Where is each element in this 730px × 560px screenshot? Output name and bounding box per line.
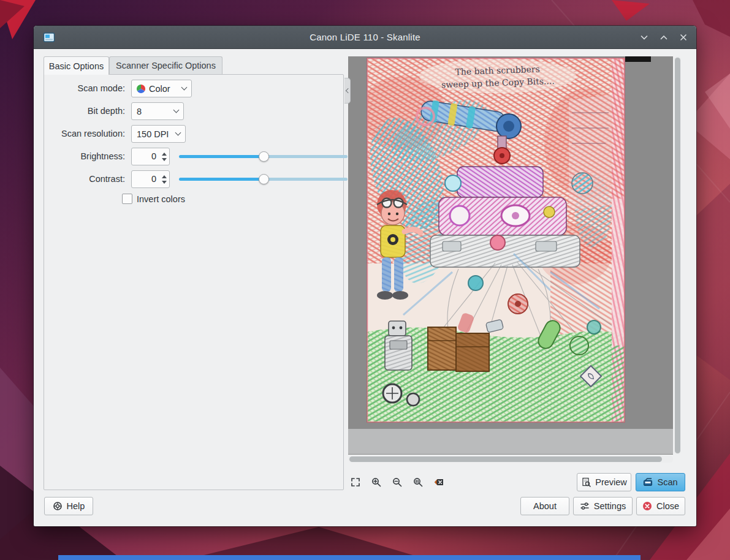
brightness-spinbox[interactable]: 0 [131, 148, 170, 165]
scanner-icon [643, 477, 653, 487]
scan-resolution-select[interactable]: 150 DPI [131, 125, 186, 143]
help-button-label: Help [67, 501, 85, 511]
clear-selections-button[interactable] [432, 475, 446, 489]
scan-mode-select[interactable]: Color [131, 80, 192, 97]
preview-image[interactable]: The bath scrubbers sweep up the Copy Bit… [367, 58, 625, 423]
settings-button[interactable]: Settings [573, 497, 633, 515]
preview-button-label: Preview [595, 477, 627, 487]
help-icon [53, 501, 63, 511]
contrast-label: Contrast: [45, 170, 125, 188]
horizontal-scrollbar[interactable] [348, 456, 673, 463]
tab-scanner-specific-options-label: Scanner Specific Options [116, 61, 216, 70]
close-circle-icon [642, 501, 652, 511]
desktop: Canon LiDE 110 - Skanlite Basic Options … [0, 0, 730, 560]
taskbar-peek-strip [58, 555, 641, 560]
basic-options-panel: Scan mode: Color Bit depth: 8 Scan resol… [44, 74, 344, 490]
skanlite-app-icon [42, 31, 56, 44]
clear-selections-icon [433, 477, 444, 488]
close-dialog-button[interactable]: Close [636, 497, 685, 515]
chevron-down-icon [175, 130, 181, 136]
scanner-lid-strip [625, 56, 651, 62]
scan-resolution-value: 150 DPI [137, 129, 169, 139]
about-button[interactable]: About [520, 497, 569, 515]
brightness-value[interactable]: 0 [132, 148, 159, 165]
invert-colors-label: Invert colors [137, 194, 185, 204]
vertical-scrollbar[interactable] [674, 56, 681, 455]
tab-basic-options[interactable]: Basic Options [44, 56, 109, 75]
brightness-label: Brightness: [45, 148, 125, 165]
invert-colors-checkbox[interactable] [122, 194, 132, 204]
zoom-actual-size-button[interactable] [411, 475, 425, 489]
scan-button[interactable]: Scan [636, 473, 685, 491]
scan-button-label: Scan [657, 477, 677, 487]
close-icon [679, 32, 688, 42]
zoom-in-icon [371, 477, 382, 488]
titlebar[interactable]: Canon LiDE 110 - Skanlite [34, 26, 696, 49]
chevron-left-icon [345, 88, 350, 93]
maximize-button[interactable] [657, 31, 671, 44]
spin-down-button[interactable] [162, 181, 167, 184]
skanlite-window: Canon LiDE 110 - Skanlite Basic Options … [34, 26, 696, 526]
bit-depth-value: 8 [137, 107, 142, 116]
zoom-out-button[interactable] [390, 475, 404, 489]
tab-scanner-specific-options[interactable]: Scanner Specific Options [109, 56, 222, 74]
zoom-fit-icon [350, 477, 361, 488]
close-button-label: Close [656, 501, 679, 511]
bit-depth-label: Bit depth: [45, 102, 125, 120]
scan-mode-label: Scan mode: [45, 80, 125, 97]
color-wheel-icon [137, 85, 145, 93]
help-button[interactable]: Help [44, 497, 93, 515]
spin-down-button[interactable] [162, 158, 167, 161]
zoom-out-icon [392, 477, 403, 488]
zoom-actual-size-icon [413, 477, 424, 488]
preview-area: The bath scrubbers sweep up the Copy Bit… [348, 56, 673, 455]
about-button-label: About [533, 501, 557, 511]
window-title: Canon LiDE 110 - Skanlite [34, 32, 696, 42]
settings-icon [580, 501, 590, 511]
chevron-up-icon [659, 32, 669, 42]
spin-up-button[interactable] [162, 153, 167, 156]
chevron-down-icon [181, 85, 188, 91]
scan-resolution-label: Scan resolution: [45, 125, 125, 143]
scan-mode-value: Color [149, 84, 170, 94]
slider-handle[interactable] [259, 174, 269, 184]
contrast-spinbox[interactable]: 0 [131, 170, 170, 188]
minimize-button[interactable] [637, 31, 651, 44]
bit-depth-select[interactable]: 8 [131, 102, 184, 120]
document-preview-icon [581, 477, 591, 487]
contrast-slider[interactable] [179, 170, 348, 188]
chevron-down-icon [173, 107, 180, 113]
contrast-value[interactable]: 0 [132, 171, 159, 187]
splitter-handle[interactable] [344, 78, 351, 104]
chevron-down-icon [639, 32, 649, 42]
horizontal-scrollbar-thumb[interactable] [349, 456, 662, 462]
slider-handle[interactable] [259, 151, 269, 162]
tab-basic-options-label: Basic Options [49, 61, 104, 71]
brightness-slider[interactable] [179, 148, 348, 165]
preview-button[interactable]: Preview [577, 473, 631, 491]
spin-up-button[interactable] [162, 175, 167, 178]
settings-button-label: Settings [594, 501, 626, 511]
zoom-in-button[interactable] [370, 475, 383, 489]
scan-bed-strip [348, 429, 673, 454]
zoom-fit-button[interactable] [349, 475, 362, 489]
close-window-button[interactable] [677, 31, 690, 44]
vertical-scrollbar-thumb[interactable] [675, 58, 680, 453]
